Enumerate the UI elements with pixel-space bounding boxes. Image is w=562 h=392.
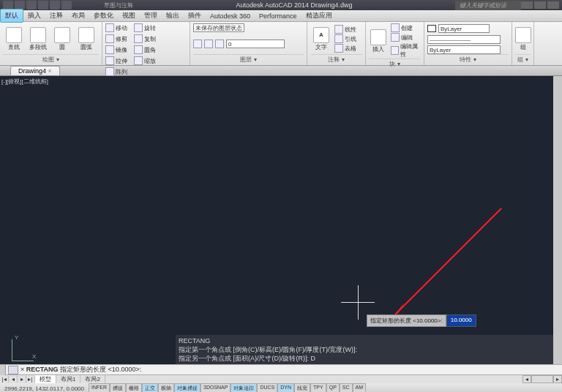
tab-管理[interactable]: 管理 (140, 10, 162, 22)
tab-精选应用[interactable]: 精选应用 (301, 10, 337, 22)
draw-圆[interactable]: 圆 (51, 27, 73, 51)
right-scrollbar[interactable] (553, 76, 562, 364)
tab-默认[interactable]: 默认 (0, 9, 23, 23)
block-编辑[interactable]: 编辑 (391, 33, 421, 42)
group-button[interactable]: 组 (515, 27, 531, 51)
layout-tab-布局1[interactable]: 布局1 (56, 375, 80, 383)
panel-label[interactable]: 特性 ▾ (427, 54, 509, 64)
annot-线性[interactable]: 线性 (334, 25, 356, 34)
workspace-label[interactable]: 草图与注释 (104, 1, 133, 10)
modify-阵列[interactable]: 阵列 (105, 67, 132, 76)
bulb-icon[interactable] (193, 39, 202, 48)
drawing-canvas[interactable]: [-][俯视][二维线框] 指定矩形的长度 <10.0000>: 10.0000… (0, 76, 562, 364)
toggle-DUCS[interactable]: DUCS (257, 383, 277, 392)
annot-表格[interactable]: 表格 (334, 44, 356, 53)
layout-nav[interactable]: ▸| (26, 376, 35, 382)
qat-save-icon[interactable] (38, 1, 48, 10)
panel-label[interactable]: 注释 ▾ (310, 54, 362, 64)
insert-button[interactable]: 插入 (369, 29, 389, 53)
toggle-极轴[interactable]: 极轴 (158, 383, 174, 392)
modify-旋转[interactable]: 旋转 (134, 23, 160, 32)
history-line: 指定另一个角点或 [面积(A)/尺寸(D)/旋转(R)]: D (179, 354, 550, 363)
toggle-对象捕捉[interactable]: 对象捕捉 (174, 383, 201, 392)
toggle-DYN[interactable]: DYN (277, 383, 294, 392)
text-button[interactable]: A文字 (310, 27, 332, 51)
toggle-TPY[interactable]: TPY (310, 383, 326, 392)
draw-圆弧[interactable]: 圆弧 (75, 27, 97, 51)
toggle-正交[interactable]: 正交 (142, 383, 158, 392)
grip-icon[interactable] (0, 365, 6, 375)
panel-label[interactable]: 组 ▾ (515, 54, 531, 64)
toggle-栅格[interactable]: 栅格 (126, 383, 142, 392)
layout-nav[interactable]: |◂ (0, 376, 9, 382)
scroll-left-icon[interactable]: ◂ (522, 375, 531, 383)
toggle-AM[interactable]: AM (353, 383, 367, 392)
toggle-线宽[interactable]: 线宽 (294, 383, 310, 392)
toggle-SC[interactable]: SC (340, 383, 353, 392)
tab-参数化[interactable]: 参数化 (89, 10, 118, 22)
toggle-QP[interactable]: QP (326, 383, 340, 392)
tab-输出[interactable]: 输出 (162, 10, 184, 22)
qat-redo-icon[interactable] (61, 1, 72, 10)
lock-icon[interactable] (215, 39, 224, 48)
draw-直线[interactable]: 直线 (3, 27, 25, 51)
modify-移动[interactable]: 移动 (105, 23, 132, 32)
layer-combo[interactable]: 0 (226, 39, 285, 48)
scroll-right-icon[interactable]: ▸ (553, 375, 562, 383)
layout-nav[interactable]: ◂ (9, 376, 18, 382)
modify-修剪[interactable]: 修剪 (105, 34, 132, 43)
modify-镜像[interactable]: 镜像 (105, 45, 132, 54)
panel-label[interactable]: 块 ▾ (369, 59, 421, 68)
command-name: RECTANG (26, 366, 59, 373)
toggle-INFER[interactable]: INFER (89, 383, 110, 392)
tab-注释[interactable]: 注释 (45, 10, 67, 22)
maximize-icon[interactable] (534, 1, 546, 9)
annot-引线[interactable]: 引线 (334, 34, 356, 43)
toggle-3DOSNAP[interactable]: 3DOSNAP (201, 383, 231, 392)
linetype-combo[interactable]: ByLayer (427, 45, 501, 54)
modify-复制[interactable]: 复制 (134, 34, 160, 43)
close-icon[interactable] (547, 1, 559, 9)
tab-Performance[interactable]: Performance (255, 11, 301, 21)
tab-布局[interactable]: 布局 (67, 10, 89, 22)
svg-marker-1 (395, 303, 408, 314)
tab-close-icon[interactable]: × (48, 67, 52, 75)
modify-拉伸[interactable]: 拉伸 (105, 56, 132, 65)
qat-open-icon[interactable] (26, 1, 37, 10)
layer-state-combo[interactable]: 未保存的图层状态 (193, 23, 244, 32)
color-swatch-icon[interactable] (427, 25, 436, 32)
coordinates[interactable]: 2996.2219, 1432.0117, 0.0000 (0, 385, 89, 392)
toggle-捕捉[interactable]: 捕捉 (110, 383, 126, 392)
tab-drawing4[interactable]: Drawing4 × (10, 66, 60, 75)
toggle-对象追踪[interactable]: 对象追踪 (231, 383, 257, 392)
layout-tab-模型[interactable]: 模型 (35, 375, 56, 383)
crosshair-icon (358, 285, 359, 320)
modify-圆角[interactable]: 圆角 (134, 45, 160, 54)
qat-undo-icon[interactable] (50, 1, 60, 10)
panel-modify: 移动旋转修剪复制镜像圆角拉伸缩放阵列 修改 ▾ (102, 22, 190, 65)
command-icon[interactable] (8, 366, 18, 374)
layout-nav[interactable]: ▸ (18, 376, 26, 382)
scroll-thumb[interactable] (531, 375, 553, 383)
minimize-icon[interactable] (521, 1, 533, 9)
tab-视图[interactable]: 视图 (118, 10, 140, 22)
document-tabs: Drawing4 × (0, 66, 562, 76)
window-title: Autodesk AutoCAD 2014 Drawing4.dwg (133, 1, 455, 9)
layout-tab-布局2[interactable]: 布局2 (80, 375, 105, 383)
lineweight-combo[interactable]: ——————— (427, 35, 501, 44)
draw-多段线[interactable]: 多段线 (27, 27, 49, 51)
dynamic-value-input[interactable]: 10.0000 (446, 314, 476, 327)
viewport-label[interactable]: [-][俯视][二维线框] (1, 78, 48, 86)
block-创建[interactable]: 创建 (391, 23, 421, 32)
help-search-input[interactable]: 键入关键字或短语 (455, 1, 521, 10)
tab-插入[interactable]: 插入 (23, 10, 45, 22)
panel-label[interactable]: 图层 ▾ (193, 54, 304, 64)
command-line[interactable]: × RECTANG 指定矩形的长度 <10.0000>: (0, 364, 562, 374)
panel-label[interactable]: 绘图 ▾ (3, 54, 99, 64)
block-编辑属性[interactable]: 编辑属性 (391, 42, 421, 59)
modify-缩放[interactable]: 缩放 (134, 56, 160, 65)
freeze-icon[interactable] (204, 39, 213, 48)
tab-插件[interactable]: 插件 (184, 10, 206, 22)
tab-Autodesk 360[interactable]: Autodesk 360 (206, 11, 255, 21)
color-combo[interactable]: ByLayer (438, 24, 490, 33)
